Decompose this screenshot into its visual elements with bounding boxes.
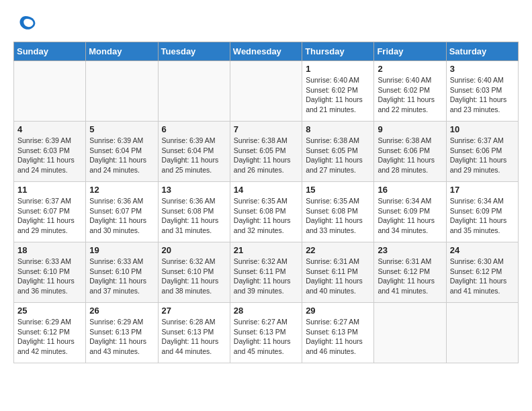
day-info: Sunrise: 6:37 AMSunset: 6:06 PMDaylight:… (450, 136, 515, 175)
day-cell: 18Sunrise: 6:33 AMSunset: 6:10 PMDayligh… (14, 242, 86, 303)
calendar-header: SundayMondayTuesdayWednesdayThursdayFrid… (14, 42, 519, 61)
day-info: Sunrise: 6:31 AMSunset: 6:11 PMDaylight:… (306, 257, 370, 296)
day-number: 19 (89, 245, 154, 255)
day-number: 29 (306, 306, 370, 316)
day-cell: 16Sunrise: 6:34 AMSunset: 6:09 PMDayligh… (374, 182, 446, 242)
header-cell-monday: Monday (86, 42, 158, 61)
header-cell-saturday: Saturday (446, 42, 518, 61)
day-info: Sunrise: 6:29 AMSunset: 6:12 PMDaylight:… (17, 317, 82, 357)
day-number: 6 (162, 124, 226, 134)
day-info: Sunrise: 6:40 AMSunset: 6:02 PMDaylight:… (306, 75, 370, 115)
day-cell (14, 61, 86, 122)
day-info: Sunrise: 6:32 AMSunset: 6:11 PMDaylight:… (234, 257, 298, 296)
day-cell: 11Sunrise: 6:37 AMSunset: 6:07 PMDayligh… (14, 182, 86, 242)
day-number: 15 (306, 185, 370, 195)
day-number: 9 (378, 124, 442, 134)
day-cell (86, 61, 158, 122)
day-number: 18 (17, 245, 82, 255)
day-cell (230, 61, 302, 122)
day-info: Sunrise: 6:36 AMSunset: 6:08 PMDaylight:… (162, 196, 226, 236)
header-cell-friday: Friday (374, 42, 446, 61)
day-number: 21 (234, 245, 298, 255)
day-info: Sunrise: 6:39 AMSunset: 6:04 PMDaylight:… (89, 136, 154, 175)
day-cell: 17Sunrise: 6:34 AMSunset: 6:09 PMDayligh… (446, 182, 518, 242)
day-number: 14 (234, 185, 298, 195)
day-cell (446, 303, 518, 363)
day-cell (374, 303, 446, 363)
day-info: Sunrise: 6:40 AMSunset: 6:03 PMDaylight:… (450, 75, 515, 115)
day-cell: 28Sunrise: 6:27 AMSunset: 6:13 PMDayligh… (230, 303, 302, 363)
day-info: Sunrise: 6:38 AMSunset: 6:05 PMDaylight:… (306, 136, 370, 175)
day-cell: 29Sunrise: 6:27 AMSunset: 6:13 PMDayligh… (302, 303, 374, 363)
day-cell: 27Sunrise: 6:28 AMSunset: 6:13 PMDayligh… (158, 303, 230, 363)
header-cell-wednesday: Wednesday (230, 42, 302, 61)
day-cell: 1Sunrise: 6:40 AMSunset: 6:02 PMDaylight… (302, 61, 374, 122)
day-number: 25 (17, 306, 82, 316)
day-info: Sunrise: 6:38 AMSunset: 6:05 PMDaylight:… (234, 136, 298, 175)
day-info: Sunrise: 6:36 AMSunset: 6:07 PMDaylight:… (89, 196, 154, 236)
day-number: 26 (89, 306, 154, 316)
calendar-table: SundayMondayTuesdayWednesdayThursdayFrid… (13, 42, 519, 363)
day-number: 28 (234, 306, 298, 316)
day-info: Sunrise: 6:40 AMSunset: 6:02 PMDaylight:… (378, 75, 442, 115)
week-row-2: 11Sunrise: 6:37 AMSunset: 6:07 PMDayligh… (14, 182, 519, 242)
day-cell: 3Sunrise: 6:40 AMSunset: 6:03 PMDaylight… (446, 61, 518, 122)
day-info: Sunrise: 6:32 AMSunset: 6:10 PMDaylight:… (162, 257, 226, 296)
day-cell: 6Sunrise: 6:39 AMSunset: 6:04 PMDaylight… (158, 122, 230, 182)
day-cell: 20Sunrise: 6:32 AMSunset: 6:10 PMDayligh… (158, 242, 230, 303)
day-number: 17 (450, 185, 515, 195)
day-cell: 7Sunrise: 6:38 AMSunset: 6:05 PMDaylight… (230, 122, 302, 182)
day-number: 13 (162, 185, 226, 195)
day-info: Sunrise: 6:38 AMSunset: 6:06 PMDaylight:… (378, 136, 442, 175)
day-cell: 22Sunrise: 6:31 AMSunset: 6:11 PMDayligh… (302, 242, 374, 303)
day-cell: 14Sunrise: 6:35 AMSunset: 6:08 PMDayligh… (230, 182, 302, 242)
header-cell-tuesday: Tuesday (158, 42, 230, 61)
week-row-4: 25Sunrise: 6:29 AMSunset: 6:12 PMDayligh… (14, 303, 519, 363)
week-row-3: 18Sunrise: 6:33 AMSunset: 6:10 PMDayligh… (14, 242, 519, 303)
day-cell: 19Sunrise: 6:33 AMSunset: 6:10 PMDayligh… (86, 242, 158, 303)
day-cell: 21Sunrise: 6:32 AMSunset: 6:11 PMDayligh… (230, 242, 302, 303)
day-cell: 2Sunrise: 6:40 AMSunset: 6:02 PMDaylight… (374, 61, 446, 122)
day-number: 16 (378, 185, 442, 195)
day-info: Sunrise: 6:29 AMSunset: 6:13 PMDaylight:… (89, 317, 154, 357)
day-info: Sunrise: 6:30 AMSunset: 6:12 PMDaylight:… (450, 257, 515, 296)
day-cell (158, 61, 230, 122)
week-row-0: 1Sunrise: 6:40 AMSunset: 6:02 PMDaylight… (14, 61, 519, 122)
day-number: 20 (162, 245, 226, 255)
day-info: Sunrise: 6:33 AMSunset: 6:10 PMDaylight:… (17, 257, 82, 296)
day-number: 23 (378, 245, 442, 255)
week-row-1: 4Sunrise: 6:39 AMSunset: 6:03 PMDaylight… (14, 122, 519, 182)
day-info: Sunrise: 6:35 AMSunset: 6:08 PMDaylight:… (234, 196, 298, 236)
day-info: Sunrise: 6:28 AMSunset: 6:13 PMDaylight:… (162, 317, 226, 357)
day-number: 10 (450, 124, 515, 134)
day-info: Sunrise: 6:33 AMSunset: 6:10 PMDaylight:… (89, 257, 154, 296)
day-cell: 9Sunrise: 6:38 AMSunset: 6:06 PMDaylight… (374, 122, 446, 182)
page-header (13, 13, 519, 35)
logo (13, 13, 36, 35)
day-info: Sunrise: 6:27 AMSunset: 6:13 PMDaylight:… (306, 317, 370, 357)
day-info: Sunrise: 6:27 AMSunset: 6:13 PMDaylight:… (234, 317, 298, 357)
day-cell: 23Sunrise: 6:31 AMSunset: 6:12 PMDayligh… (374, 242, 446, 303)
header-cell-thursday: Thursday (302, 42, 374, 61)
day-info: Sunrise: 6:31 AMSunset: 6:12 PMDaylight:… (378, 257, 442, 296)
day-number: 5 (89, 124, 154, 134)
day-number: 22 (306, 245, 370, 255)
day-number: 11 (17, 185, 82, 195)
calendar-body: 1Sunrise: 6:40 AMSunset: 6:02 PMDaylight… (14, 61, 519, 363)
day-number: 2 (378, 64, 442, 74)
day-cell: 24Sunrise: 6:30 AMSunset: 6:12 PMDayligh… (446, 242, 518, 303)
day-number: 12 (89, 185, 154, 195)
day-number: 1 (306, 64, 370, 74)
day-info: Sunrise: 6:39 AMSunset: 6:03 PMDaylight:… (17, 136, 82, 175)
day-cell: 15Sunrise: 6:35 AMSunset: 6:08 PMDayligh… (302, 182, 374, 242)
day-cell: 12Sunrise: 6:36 AMSunset: 6:07 PMDayligh… (86, 182, 158, 242)
day-info: Sunrise: 6:37 AMSunset: 6:07 PMDaylight:… (17, 196, 82, 236)
day-info: Sunrise: 6:34 AMSunset: 6:09 PMDaylight:… (378, 196, 442, 236)
day-cell: 4Sunrise: 6:39 AMSunset: 6:03 PMDaylight… (14, 122, 86, 182)
header-row: SundayMondayTuesdayWednesdayThursdayFrid… (14, 42, 519, 61)
day-cell: 8Sunrise: 6:38 AMSunset: 6:05 PMDaylight… (302, 122, 374, 182)
day-info: Sunrise: 6:35 AMSunset: 6:08 PMDaylight:… (306, 196, 370, 236)
day-number: 8 (306, 124, 370, 134)
day-number: 7 (234, 124, 298, 134)
day-cell: 25Sunrise: 6:29 AMSunset: 6:12 PMDayligh… (14, 303, 86, 363)
